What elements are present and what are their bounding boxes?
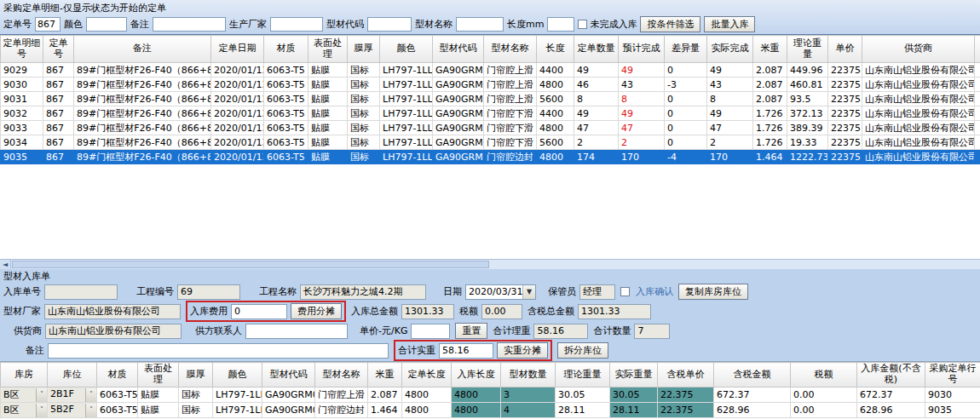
contact-input[interactable] [245, 324, 348, 339]
order-column-header[interactable]: 颜色 [380, 36, 433, 63]
inbound-column-header[interactable]: 型材名称 [315, 363, 368, 387]
length-input[interactable] [547, 17, 574, 32]
order-table-row[interactable]: 903386789#门框型材F26-F40（866+867）2020/01/13… [1, 121, 980, 135]
total-with-tax-field[interactable]: 1301.33 [578, 304, 651, 319]
location-select[interactable]: 5B2F˅ [48, 403, 97, 418]
order-column-header[interactable]: 米重 [753, 36, 787, 63]
remark-input[interactable] [153, 17, 226, 32]
inbound-column-header[interactable]: 型材代码 [262, 363, 315, 387]
inbound-column-header[interactable]: 含税单价 [658, 363, 714, 387]
order-column-header[interactable]: 型材名称 [484, 36, 537, 63]
inbound-table-row[interactable]: B区˅5B2F˅6063-T5贴膜国标LH797-1LL0GA90GRM05门帘… [1, 403, 980, 418]
keeper-field[interactable]: 经理 [579, 284, 615, 300]
unit-price-input[interactable] [411, 324, 450, 339]
order-column-header[interactable]: 长度 [537, 36, 574, 63]
order-column-header[interactable]: 定单明细号 [1, 36, 43, 63]
inbound-column-header[interactable]: 定单长度 [402, 363, 452, 387]
order-table-cell: 43 [707, 77, 753, 92]
inbound-column-header[interactable]: 含税金额 [714, 363, 791, 387]
note-input[interactable] [48, 343, 389, 359]
dropdown-arrow-icon[interactable]: ˅ [36, 388, 47, 402]
unfinished-checkbox[interactable]: 未完成入库 [578, 18, 637, 31]
split-location-button[interactable]: 拆分库位 [557, 342, 608, 359]
inbound-table-cell: GA90GRM03 [262, 387, 315, 403]
order-column-header[interactable]: 实际完成 [707, 36, 753, 63]
total-actual-input[interactable]: 58.16 [439, 343, 493, 359]
order-table-row[interactable]: 903586789#门框型材F26-F40（866+867）2020/01/13… [1, 150, 980, 164]
inbound-column-header[interactable]: 膜厚 [179, 363, 213, 387]
batch-inbound-button[interactable]: 批量入库 [704, 16, 755, 32]
dropdown-arrow-icon[interactable]: ▼ [522, 285, 535, 299]
inbound-column-header[interactable]: 税额 [791, 363, 857, 387]
order-column-header[interactable]: 型材代码 [433, 36, 484, 63]
unit-price-label: 单价-元/KG [360, 324, 407, 337]
location-select[interactable]: 2B1F˅ [48, 387, 97, 403]
scrollbar-thumb[interactable] [12, 261, 489, 268]
dropdown-arrow-icon[interactable]: ˅ [85, 404, 96, 417]
project-no-field[interactable]: 69 [177, 284, 240, 300]
order-table-row[interactable]: 903286789#门框型材F26-F40（866+867）2020/01/13… [1, 106, 980, 121]
order-column-header[interactable]: 定单日期 [211, 36, 264, 63]
order-table-cell: 贴膜 [308, 121, 348, 135]
order-table-row[interactable]: 903086789#门框型材F26-F40（866+867）2020/01/13… [1, 77, 980, 92]
warehouse-select[interactable]: B区˅ [1, 387, 48, 403]
inbound-column-header[interactable]: 颜色 [213, 363, 262, 387]
order-column-header[interactable]: 材质 [264, 36, 308, 63]
order-column-header[interactable]: 表面处理 [308, 36, 348, 63]
inbound-column-header[interactable]: 材质 [97, 363, 138, 387]
order-table-row[interactable]: 902986789#门框型材F26-F40（866+867）2020/01/13… [1, 63, 980, 77]
date-picker[interactable]: 2020/03/31 ▼ [465, 284, 536, 300]
reset-button[interactable]: 重置 [455, 323, 487, 339]
order-table-cell: 0 [665, 92, 707, 106]
maker-field[interactable]: 山东南山铝业股份有限公司 [44, 304, 181, 319]
total-qty-field[interactable]: 7 [634, 324, 670, 339]
inbound-column-header[interactable]: 理论重量 [556, 363, 610, 387]
inbound-column-header[interactable]: 采购定单行号 [925, 363, 980, 387]
inbound-column-header[interactable]: 入库长度 [452, 363, 501, 387]
supplier-field[interactable]: 山东南山铝业股份有限公司 [45, 324, 182, 339]
filter-by-condition-button[interactable]: 按条件筛选 [640, 16, 700, 32]
inbound-table-row[interactable]: B区˅2B1F˅6063-T5贴膜国标LH797-1LL0GA90GRM03门帘… [1, 387, 980, 403]
order-table-row[interactable]: 903486789#门框型材F26-F40（866+867）2020/01/13… [1, 135, 980, 150]
order-table-cell: LH797-1LL0 [380, 121, 433, 135]
order-column-header[interactable]: 单价 [828, 36, 862, 63]
inbound-column-header[interactable]: 型材数量 [501, 363, 556, 387]
order-table-row[interactable]: 903186789#门框型材F26-F40（866+867）2020/01/13… [1, 92, 980, 106]
order-column-header[interactable]: 差异量 [665, 36, 707, 63]
inbound-confirm-checkbox[interactable]: 入库确认 [620, 285, 673, 298]
inbound-column-header[interactable]: 入库金额(不含税) [857, 363, 925, 387]
inbound-column-header[interactable]: 库位 [48, 363, 97, 387]
total-theory-field[interactable]: 58.16 [533, 324, 588, 339]
inbound-column-header[interactable]: 实际重量 [610, 363, 658, 387]
order-column-header[interactable]: 备注 [74, 36, 211, 63]
fee-share-button[interactable]: 费用分摊 [291, 303, 342, 319]
actual-share-button[interactable]: 实重分摊 [497, 342, 548, 359]
order-column-header[interactable]: 定单号 [43, 36, 74, 63]
color-input[interactable] [86, 17, 127, 32]
inbound-column-header[interactable]: 库房 [1, 363, 48, 387]
dropdown-arrow-icon[interactable]: ˅ [36, 404, 47, 417]
order-column-header[interactable]: 预计完成 [619, 36, 665, 63]
tax-field[interactable]: 0.00 [481, 304, 522, 319]
order-column-header[interactable]: 定单数量 [574, 36, 619, 63]
total-amount-field[interactable]: 1301.33 [401, 304, 454, 319]
profile-name-input[interactable] [456, 17, 504, 32]
inbound-column-header[interactable]: 表面处理 [138, 363, 179, 387]
order-table-cell: 6063-T5 [264, 150, 308, 164]
inbound-column-header[interactable]: 米重 [368, 363, 402, 387]
manufacturer-input[interactable] [270, 17, 323, 32]
order-column-header[interactable]: 理论重量 [787, 36, 828, 63]
dropdown-arrow-icon[interactable]: ˅ [85, 388, 96, 402]
project-name-field[interactable]: 长沙万科魅力之城4.2期 [300, 284, 426, 300]
inbound-no-field[interactable] [44, 284, 118, 300]
copy-location-button[interactable]: 复制库房库位 [678, 284, 748, 300]
order-column-header[interactable]: 膜厚 [348, 36, 380, 63]
scroll-left-icon[interactable]: ◄ [0, 260, 11, 269]
profile-code-input[interactable] [367, 17, 412, 32]
order-no-input[interactable] [35, 17, 61, 32]
warehouse-select[interactable]: B区˅ [1, 403, 48, 418]
fee-input[interactable]: 0 [231, 304, 287, 319]
order-column-header[interactable]: 供货商 [862, 36, 975, 63]
order-table-cell: 门帘腔上滑 [484, 77, 537, 92]
horizontal-scrollbar[interactable]: ◄ [0, 259, 980, 269]
